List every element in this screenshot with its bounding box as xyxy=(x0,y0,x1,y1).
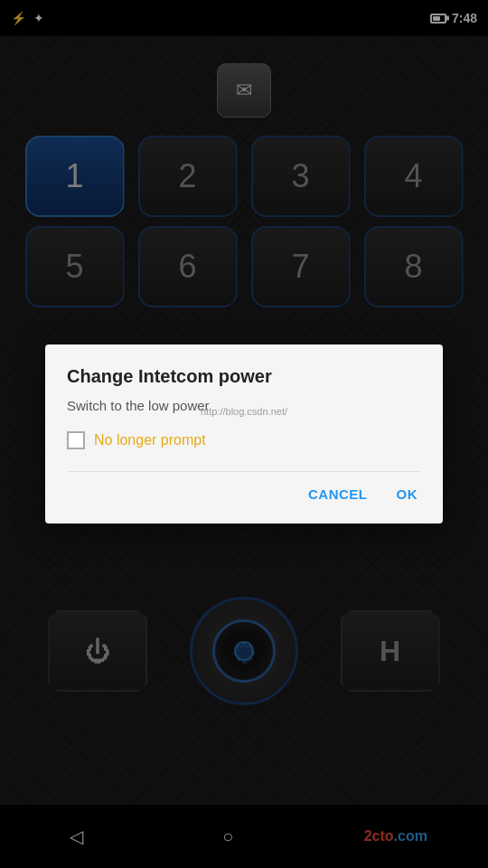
no-longer-prompt-label: No longer prompt xyxy=(94,432,206,448)
ok-button[interactable]: OK xyxy=(393,479,422,509)
cancel-button[interactable]: CANCEL xyxy=(305,479,371,509)
no-longer-prompt-checkbox[interactable] xyxy=(67,431,85,449)
dialog-buttons: CANCEL OK xyxy=(67,471,421,509)
watermark-text: http://blog.csdn.net/ xyxy=(201,406,287,417)
dialog: Change Intetcom power Switch to the low … xyxy=(45,344,443,524)
dialog-checkbox-row: No longer prompt xyxy=(67,431,421,449)
dialog-title: Change Intetcom power xyxy=(67,366,421,387)
